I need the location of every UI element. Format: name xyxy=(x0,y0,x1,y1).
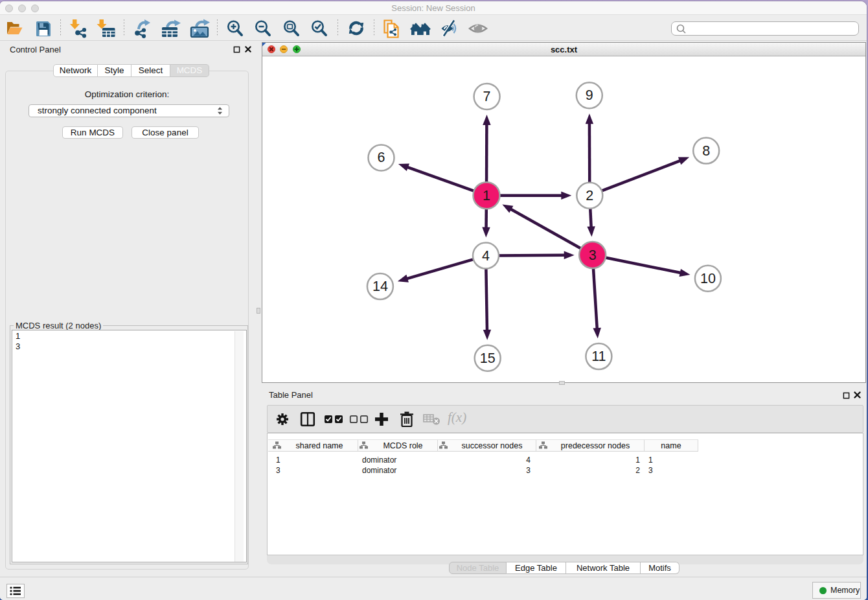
svg-text:1: 1 xyxy=(483,188,490,203)
svg-text:11: 11 xyxy=(591,349,606,364)
svg-text:8: 8 xyxy=(702,143,710,159)
svg-text:2: 2 xyxy=(586,188,593,203)
svg-text:14: 14 xyxy=(372,279,388,294)
svg-text:9: 9 xyxy=(586,87,593,103)
svg-text:15: 15 xyxy=(480,351,496,366)
svg-text:3: 3 xyxy=(589,248,597,263)
svg-text:6: 6 xyxy=(378,150,385,165)
svg-text:4: 4 xyxy=(482,248,490,264)
svg-text:7: 7 xyxy=(483,89,491,104)
svg-text:10: 10 xyxy=(700,271,716,286)
